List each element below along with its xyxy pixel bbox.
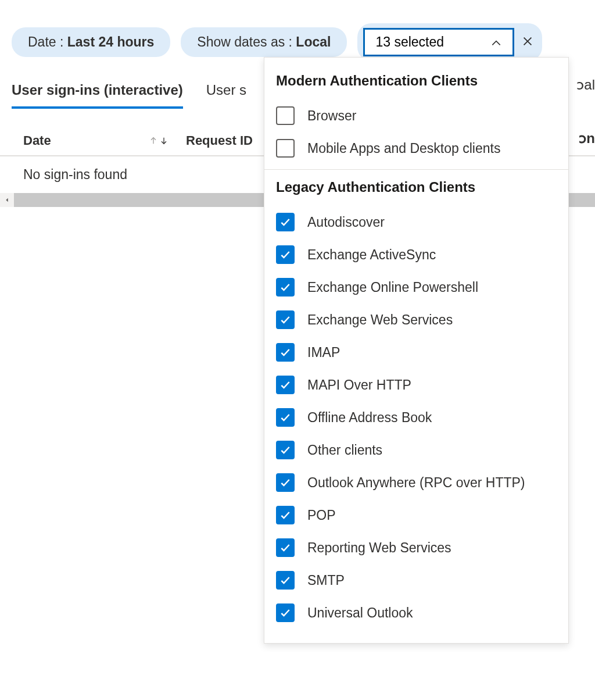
checkbox[interactable]	[276, 473, 295, 492]
checkbox[interactable]	[276, 343, 295, 362]
check-label: MAPI Over HTTP	[307, 377, 411, 393]
check-label: Mobile Apps and Desktop clients	[307, 141, 500, 156]
column-request-id[interactable]: Request ID	[186, 133, 253, 148]
check-option-legacy-11[interactable]: SMTP	[276, 564, 557, 597]
check-option-legacy-6[interactable]: Offline Address Book	[276, 401, 557, 434]
check-option-legacy-5[interactable]: MAPI Over HTTP	[276, 369, 557, 401]
client-app-dropdown-panel: Modern Authentication Clients BrowserMob…	[264, 57, 569, 644]
checkbox[interactable]	[276, 603, 295, 622]
checkbox[interactable]	[276, 213, 295, 231]
check-label: Browser	[307, 108, 356, 124]
checkbox[interactable]	[276, 408, 295, 427]
check-option-legacy-12[interactable]: Universal Outlook	[276, 597, 557, 629]
checkbox[interactable]	[276, 106, 295, 125]
check-label: IMAP	[307, 345, 340, 360]
tab-noninteractive-signins[interactable]: User s	[206, 78, 246, 109]
tab-partial-right: ɔal	[576, 77, 595, 93]
check-option-legacy-2[interactable]: Exchange Online Powershell	[276, 271, 557, 303]
check-option-legacy-10[interactable]: Reporting Web Services	[276, 531, 557, 564]
column-date-label: Date	[23, 133, 51, 148]
checkbox[interactable]	[276, 376, 295, 394]
svg-marker-4	[6, 198, 8, 202]
date-filter-pill[interactable]: Date : Last 24 hours	[12, 27, 170, 57]
checkbox[interactable]	[276, 139, 295, 158]
check-option-modern-0[interactable]: Browser	[276, 99, 557, 132]
checkbox[interactable]	[276, 441, 295, 459]
check-label: POP	[307, 508, 336, 523]
check-option-legacy-1[interactable]: Exchange ActiveSync	[276, 238, 557, 271]
check-option-legacy-7[interactable]: Other clients	[276, 434, 557, 466]
check-option-modern-1[interactable]: Mobile Apps and Desktop clients	[276, 132, 557, 165]
show-dates-label: Show dates as :	[197, 34, 296, 49]
column-date[interactable]: Date	[23, 133, 169, 148]
check-label: Exchange Online Powershell	[307, 280, 478, 295]
checkbox[interactable]	[276, 245, 295, 264]
check-label: Exchange Web Services	[307, 312, 453, 328]
date-filter-label: Date :	[28, 34, 67, 49]
modern-auth-section-title: Modern Authentication Clients	[276, 73, 557, 89]
chevron-up-icon	[490, 37, 502, 48]
check-label: Autodiscover	[307, 215, 385, 230]
check-label: Outlook Anywhere (RPC over HTTP)	[307, 475, 525, 491]
date-filter-value: Last 24 hours	[67, 34, 155, 49]
tab-interactive-signins[interactable]: User sign-ins (interactive)	[12, 78, 183, 109]
checkbox[interactable]	[276, 278, 295, 297]
check-label: Other clients	[307, 442, 382, 458]
column-partial-right: ɔn	[579, 130, 595, 147]
check-label: SMTP	[307, 573, 345, 588]
check-label: Offline Address Book	[307, 410, 432, 426]
sort-icon[interactable]	[149, 134, 169, 147]
legacy-auth-section-title: Legacy Authentication Clients	[276, 179, 557, 195]
scroll-left-button[interactable]	[0, 193, 14, 207]
show-dates-value: Local	[296, 34, 331, 49]
check-option-legacy-4[interactable]: IMAP	[276, 336, 557, 369]
checkbox[interactable]	[276, 506, 295, 524]
check-label: Exchange ActiveSync	[307, 247, 436, 263]
check-label: Reporting Web Services	[307, 540, 451, 556]
client-app-selected-text: 13 selected	[375, 34, 444, 50]
client-app-filter-pill: 13 selected	[357, 23, 542, 61]
check-option-legacy-9[interactable]: POP	[276, 499, 557, 531]
close-icon[interactable]	[519, 33, 536, 52]
checkbox[interactable]	[276, 571, 295, 590]
panel-divider	[264, 169, 568, 170]
check-option-legacy-8[interactable]: Outlook Anywhere (RPC over HTTP)	[276, 466, 557, 499]
checkbox[interactable]	[276, 310, 295, 329]
check-option-legacy-3[interactable]: Exchange Web Services	[276, 303, 557, 336]
show-dates-filter-pill[interactable]: Show dates as : Local	[181, 27, 347, 57]
check-option-legacy-0[interactable]: Autodiscover	[276, 206, 557, 238]
checkbox[interactable]	[276, 538, 295, 557]
client-app-dropdown[interactable]: 13 selected	[363, 28, 514, 56]
check-label: Universal Outlook	[307, 605, 413, 621]
